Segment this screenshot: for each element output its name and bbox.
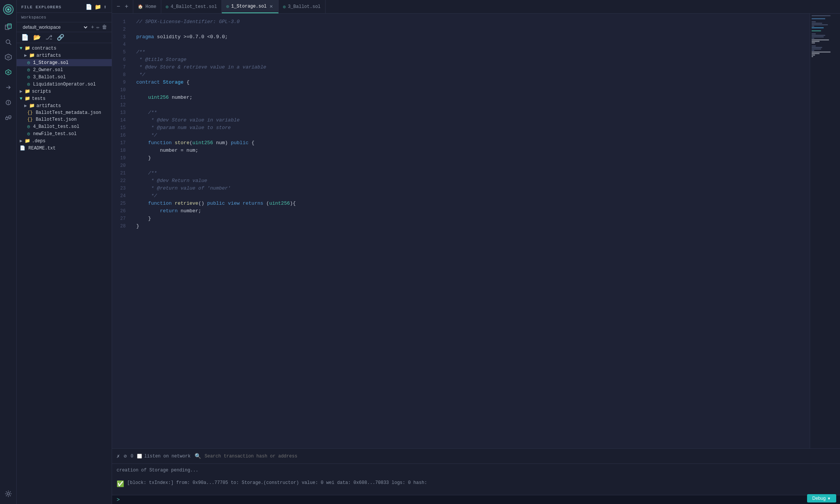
- git-clone-icon[interactable]: ⎇: [45, 34, 52, 41]
- minimap: [810, 14, 840, 448]
- tree-label-contracts: contracts: [32, 46, 56, 51]
- tree-item-newfile-test[interactable]: ◎ newFile_test.sol: [17, 130, 112, 137]
- ballot-test-tab-icon: ◎: [166, 4, 168, 9]
- tree-item-ballot-json[interactable]: {} BallotTest.json: [17, 116, 112, 123]
- tabs-bar: − + 🏠 Home ◎ 4_Ballot_test.sol ◎ 1_Stora…: [112, 0, 840, 14]
- tree-label-2-owner: 2_Owner.sol: [33, 67, 63, 73]
- folder-icon: 📁: [29, 53, 35, 58]
- tab-home[interactable]: 🏠 Home: [133, 0, 161, 13]
- tree-item-liquidation[interactable]: ◎ LiquidationOperator.sol: [17, 81, 112, 88]
- create-icon[interactable]: 📄: [21, 34, 29, 41]
- debug-button-label: Debug: [812, 496, 826, 501]
- listen-network-checkbox[interactable]: [137, 454, 142, 459]
- settings-icon[interactable]: [2, 487, 15, 500]
- folder-collapse-icon: ▶: [20, 89, 22, 94]
- ballot-tab-icon: ◎: [283, 4, 286, 9]
- main-content: − + 🏠 Home ◎ 4_Ballot_test.sol ◎ 1_Stora…: [112, 0, 840, 504]
- tree-item-3-ballot[interactable]: ◎ 3_Ballot.sol: [17, 73, 112, 81]
- tab-home-label: Home: [145, 4, 156, 9]
- tree-item-tests[interactable]: ▼ 📁 tests: [17, 95, 112, 102]
- json-file-icon: {}: [27, 110, 33, 115]
- sol-file-icon: ◎: [27, 67, 30, 73]
- activity-bar: [0, 0, 17, 504]
- activity-bar-top: [2, 3, 15, 485]
- sidebar-header-icons: 📄 📁 ⬆: [86, 4, 107, 10]
- new-folder-icon[interactable]: 📁: [95, 4, 101, 10]
- code-container: 12345 678910 1112131415 1617181920 21222…: [112, 14, 810, 448]
- folder-collapse-icon: ▶: [24, 103, 27, 109]
- solidity-icon[interactable]: [2, 51, 15, 64]
- debug-button[interactable]: Debug ▼: [807, 494, 836, 502]
- sol-file-icon: ◎: [27, 74, 30, 80]
- search-input[interactable]: [205, 454, 836, 459]
- workspace-delete-icon[interactable]: 🗑: [102, 24, 107, 30]
- debug-icon[interactable]: [2, 96, 15, 109]
- console-pending-text: creation of Storage pending...: [117, 468, 198, 473]
- svg-point-13: [7, 493, 9, 495]
- tree-item-deps[interactable]: ▶ 📁 .deps: [17, 137, 112, 145]
- tree-item-readme[interactable]: 📄 README.txt: [17, 145, 112, 152]
- folder-collapse-icon: ▶: [24, 53, 27, 58]
- tree-label-artifacts: artifacts: [36, 53, 61, 58]
- debug-dropdown-icon[interactable]: ▼: [827, 496, 831, 501]
- console-pending-line: creation of Storage pending...: [117, 467, 835, 474]
- workspace-dropdown[interactable]: default_workspace: [21, 24, 89, 30]
- tree-item-scripts[interactable]: ▶ 📁 scripts: [17, 88, 112, 95]
- svg-rect-11: [6, 117, 8, 120]
- deploy-icon[interactable]: [2, 81, 15, 94]
- listen-network-label: listen on network: [144, 454, 190, 459]
- tree-item-artifacts[interactable]: ▶ 📁 artifacts: [17, 52, 112, 59]
- workspace-selector[interactable]: Workspaces: [17, 13, 112, 22]
- tab-1-storage[interactable]: ◎ 1_Storage.sol ✕: [222, 0, 279, 13]
- zoom-out-button[interactable]: −: [115, 3, 122, 11]
- terminal-prompt[interactable]: >: [117, 497, 120, 503]
- tree-item-2-owner[interactable]: ◎ 2_Owner.sol: [17, 66, 112, 73]
- tree-label-ballot-metadata: BallotTest_metadata.json: [36, 110, 101, 115]
- tree-label-readme: README.txt: [28, 146, 56, 151]
- search-bar: [205, 454, 836, 459]
- tree-item-contracts[interactable]: ▼ 📁 contracts: [17, 45, 112, 52]
- tab-close-button[interactable]: ✕: [269, 3, 273, 10]
- svg-rect-4: [8, 24, 11, 28]
- file-explorer-icon[interactable]: [2, 20, 15, 33]
- tree-item-4-ballot-test[interactable]: ◎ 4_Ballot_test.sol: [17, 123, 112, 130]
- console-success-line: ✅ [block: txIndex:] from: 0x90a...77705 …: [117, 477, 835, 492]
- tree-label-tests-artifacts: artifacts: [36, 103, 61, 109]
- search-icon[interactable]: [2, 36, 15, 48]
- tree-item-tests-artifacts[interactable]: ▶ 📁 artifacts: [17, 102, 112, 109]
- zoom-in-button[interactable]: +: [123, 3, 130, 11]
- counter-badge: 0: [131, 454, 133, 459]
- open-folder-icon[interactable]: 📂: [33, 34, 41, 41]
- tree-item-1-storage[interactable]: ◎ 1_Storage.sol: [17, 59, 112, 66]
- new-file-icon[interactable]: 📄: [86, 4, 92, 10]
- success-check-icon: ✅: [117, 480, 124, 490]
- tree-label-scripts: scripts: [32, 89, 51, 94]
- stop-icon[interactable]: ⊘: [123, 453, 126, 459]
- compile-icon[interactable]: [2, 66, 15, 79]
- svg-rect-12: [9, 116, 11, 118]
- activity-bar-bottom: [2, 487, 15, 504]
- tab-3-ballot[interactable]: ◎ 3_Ballot.sol: [279, 0, 326, 13]
- sol-file-icon: ◎: [27, 131, 30, 137]
- tab-4-ballot-test[interactable]: ◎ 4_Ballot_test.sol: [161, 0, 222, 13]
- listen-network-toggle: listen on network: [137, 454, 190, 459]
- folder-expand-icon: ▼: [20, 96, 22, 101]
- code-editor[interactable]: 12345 678910 1112131415 1617181920 21222…: [112, 14, 810, 448]
- tree-label-tests: tests: [32, 96, 45, 101]
- folder-icon: 📁: [29, 103, 35, 109]
- folder-icon: 📁: [25, 96, 30, 101]
- sidebar: FILE EXPLORERS 📄 📁 ⬆ Workspaces default_…: [17, 0, 112, 504]
- connect-localhost-icon[interactable]: 🔗: [57, 34, 64, 41]
- tab-3-ballot-label: 3_Ballot.sol: [288, 4, 320, 9]
- app-logo[interactable]: [2, 3, 15, 16]
- folder-collapse-icon: ▶: [20, 138, 22, 144]
- clear-console-icon[interactable]: ✗: [117, 453, 120, 459]
- tab-4-ballot-label: 4_Ballot_test.sol: [171, 4, 217, 9]
- workspace-rename-icon[interactable]: ✏: [97, 24, 100, 30]
- tab-1-storage-label: 1_Storage.sol: [231, 4, 267, 9]
- plugin-manager-icon[interactable]: [2, 111, 15, 124]
- upload-icon[interactable]: ⬆: [104, 4, 107, 10]
- workspace-add-icon[interactable]: +: [91, 24, 94, 30]
- status-bar: > Debug ▼: [112, 495, 840, 504]
- tree-item-ballot-metadata[interactable]: {} BallotTest_metadata.json: [17, 109, 112, 116]
